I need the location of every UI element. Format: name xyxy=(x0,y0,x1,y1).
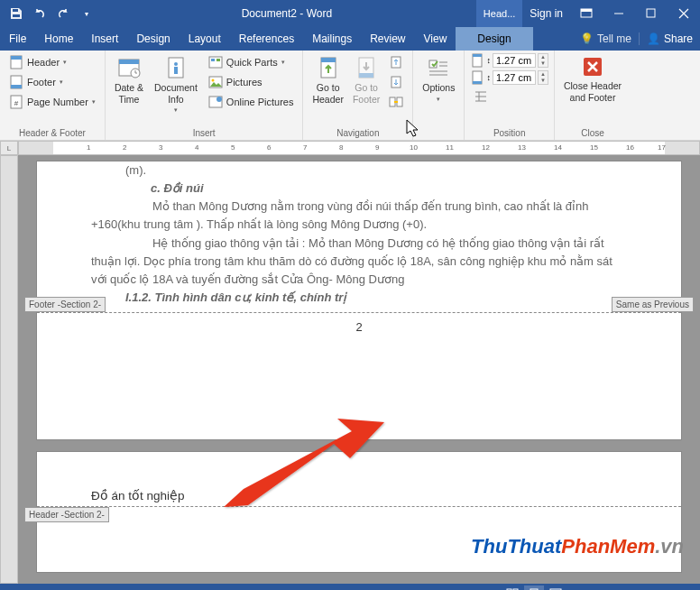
pictures-button[interactable]: Pictures xyxy=(205,73,298,91)
svg-rect-19 xyxy=(211,59,215,61)
share-button[interactable]: 👤Share xyxy=(639,32,700,45)
close-header-footer-button[interactable]: Close Header and Footer xyxy=(560,53,625,105)
nav-next-button[interactable] xyxy=(385,73,407,91)
header-top-input[interactable] xyxy=(493,53,536,68)
svg-rect-17 xyxy=(174,67,178,74)
qat-dropdown-icon[interactable]: ▾ xyxy=(76,3,97,24)
tab-mailings[interactable]: Mailings xyxy=(303,27,361,51)
tab-references[interactable]: References xyxy=(230,27,303,51)
svg-rect-1 xyxy=(13,14,20,17)
group-options xyxy=(419,125,458,140)
para-1: Mỏ than Mông Dương nằm trong vùng đồi nú… xyxy=(91,198,627,234)
close-x-icon xyxy=(578,55,607,78)
header-area[interactable]: Đồ án tốt nghiệp Header -Section 2- xyxy=(37,488,681,507)
page-1[interactable]: (m). c. Đồi núi Mỏ than Mông Dương nằm t… xyxy=(36,161,682,440)
body-line-m: (m). xyxy=(91,161,627,180)
close-button[interactable] xyxy=(668,0,700,27)
footer-button[interactable]: Footer▾ xyxy=(5,73,99,91)
online-pictures-button[interactable]: Online Pictures xyxy=(205,93,298,111)
link-previous-button[interactable] xyxy=(385,93,407,111)
footer-from-bottom[interactable]: ↕▲▼ xyxy=(470,70,548,85)
footer-bottom-input[interactable] xyxy=(493,70,536,85)
goto-header-button[interactable]: Go to Header xyxy=(309,53,346,106)
document-scroll[interactable]: (m). c. Đồi núi Mỏ than Mông Dương nằm t… xyxy=(18,155,700,584)
view-print-icon[interactable] xyxy=(524,585,544,590)
header-from-top[interactable]: ↕▲▼ xyxy=(470,53,548,68)
vertical-ruler[interactable] xyxy=(0,155,18,584)
group-header-footer: Header & Footer xyxy=(5,125,99,140)
svg-point-16 xyxy=(174,62,178,66)
group-insert: Insert xyxy=(111,125,298,140)
svg-rect-0 xyxy=(13,9,18,12)
svg-point-24 xyxy=(216,97,222,102)
menu-bar: File Home Insert Design Layout Reference… xyxy=(0,27,700,51)
header-text: Đồ án tốt nghiệp xyxy=(91,488,627,502)
ruler-corner: L xyxy=(0,141,18,155)
share-icon: 👤 xyxy=(647,32,660,45)
ribbon: Header▾ Footer▾ #Page Number▾ Header & F… xyxy=(0,51,700,141)
undo-icon[interactable] xyxy=(29,3,51,24)
redo-icon[interactable] xyxy=(52,3,74,24)
group-navigation: Navigation xyxy=(309,125,407,140)
tell-me-button[interactable]: 💡Tell me xyxy=(573,32,639,45)
heading-c: c. Đồi núi xyxy=(91,180,627,198)
tab-file[interactable]: File xyxy=(0,27,35,51)
svg-rect-3 xyxy=(581,9,592,12)
footer-area[interactable]: Footer -Section 2- Same as Previous 2 xyxy=(37,312,681,359)
view-web-icon[interactable] xyxy=(546,585,566,590)
horizontal-ruler[interactable]: 1234567891011121314151617 xyxy=(18,141,700,155)
header-button[interactable]: Header▾ xyxy=(5,53,99,71)
insert-alignment-tab-button[interactable] xyxy=(470,88,548,106)
tab-hf-design[interactable]: Design xyxy=(456,27,532,51)
footer-section-label: Footer -Section 2- xyxy=(24,297,106,312)
svg-rect-28 xyxy=(359,73,373,78)
header-section-label: Header -Section 2- xyxy=(24,507,109,522)
svg-text:#: # xyxy=(14,99,19,107)
arrow-icon: ↕ xyxy=(486,56,491,65)
save-icon[interactable] xyxy=(5,3,27,24)
tab-design[interactable]: Design xyxy=(127,27,179,51)
group-close: Close xyxy=(560,125,625,140)
tab-layout[interactable]: Layout xyxy=(180,27,230,51)
svg-rect-9 xyxy=(11,85,22,88)
ribbon-display-icon[interactable] xyxy=(570,0,603,27)
svg-rect-18 xyxy=(209,57,222,68)
sign-in-button[interactable]: Sign in xyxy=(522,7,570,20)
bulb-icon: 💡 xyxy=(580,32,594,45)
svg-point-22 xyxy=(211,79,214,82)
page-number-text: 2 xyxy=(37,320,681,334)
heading-112: I.1.2. Tình hình dân cư, kinh tế, chính … xyxy=(91,289,627,307)
title-bar: ▾ Document2 - Word Head... Sign in xyxy=(0,0,700,27)
maximize-button[interactable] xyxy=(635,0,668,27)
status-bar: Page 2 of 6 1746 words English (United S… xyxy=(0,584,700,590)
goto-footer-button[interactable]: Go to Footer xyxy=(349,53,383,106)
watermark: ThuThuatPhanMem.vn xyxy=(471,535,684,558)
quick-parts-button[interactable]: Quick Parts▾ xyxy=(205,53,298,71)
svg-rect-26 xyxy=(321,58,336,62)
group-position: Position xyxy=(470,125,548,140)
svg-rect-5 xyxy=(647,9,655,17)
para-2: Hệ thống giao thông vận tải : Mỏ than Mô… xyxy=(91,235,627,289)
view-read-icon[interactable] xyxy=(502,585,522,590)
same-as-previous-label: Same as Previous xyxy=(612,297,694,312)
document-area: (m). c. Đồi núi Mỏ than Mông Dương nằm t… xyxy=(0,155,700,584)
page-number-button[interactable]: #Page Number▾ xyxy=(5,93,99,111)
contextual-tab-label: Head... xyxy=(476,0,522,27)
svg-rect-13 xyxy=(119,60,139,64)
date-time-button[interactable]: Date & Time xyxy=(111,53,147,106)
document-title: Document2 - Word xyxy=(242,7,332,20)
tab-view[interactable]: View xyxy=(415,27,456,51)
tab-insert[interactable]: Insert xyxy=(82,27,127,51)
svg-rect-39 xyxy=(473,54,482,57)
nav-prev-button[interactable] xyxy=(385,53,407,71)
tab-review[interactable]: Review xyxy=(361,27,414,51)
svg-rect-7 xyxy=(11,56,22,60)
svg-rect-41 xyxy=(473,81,482,84)
document-info-button[interactable]: Document Info▾ xyxy=(151,53,201,116)
tab-home[interactable]: Home xyxy=(35,27,82,51)
svg-rect-20 xyxy=(216,59,220,61)
arrow-icon: ↕ xyxy=(486,73,491,82)
options-button[interactable]: Options▾ xyxy=(419,53,458,105)
minimize-button[interactable] xyxy=(603,0,635,27)
ruler-row: L 1234567891011121314151617 xyxy=(0,141,700,155)
